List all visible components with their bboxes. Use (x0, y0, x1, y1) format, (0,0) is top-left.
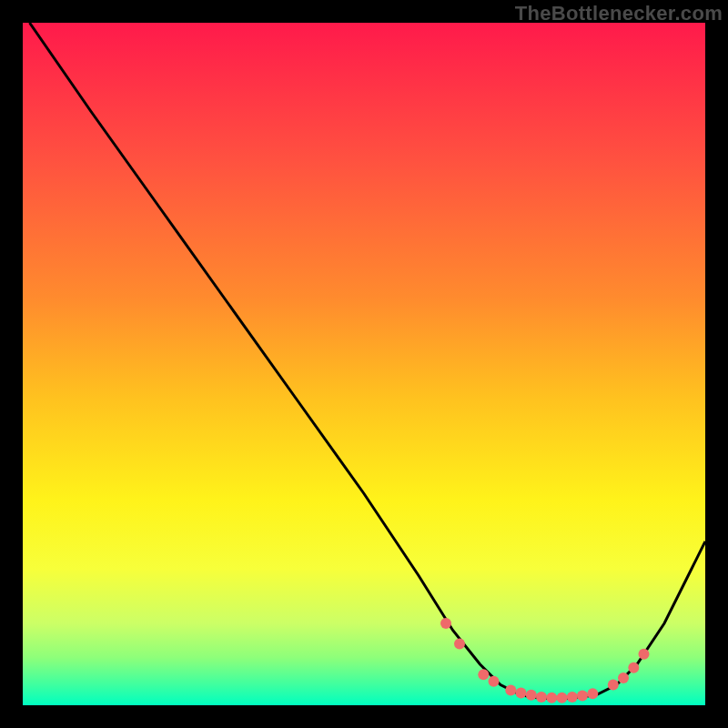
marker-dot (618, 672, 629, 683)
chart-frame: TheBottlenecker.com (0, 0, 728, 728)
marker-dot (536, 692, 547, 703)
gradient-background (23, 23, 705, 705)
marker-dot (516, 688, 527, 699)
marker-dot (505, 685, 516, 696)
marker-dot (526, 690, 537, 701)
marker-dot (567, 692, 578, 703)
marker-dot (587, 688, 598, 699)
marker-dot (478, 669, 489, 680)
marker-dot (577, 691, 588, 702)
marker-dot (557, 693, 568, 703)
marker-dot (639, 649, 650, 660)
marker-dot (608, 680, 619, 691)
marker-dot (454, 639, 465, 650)
marker-dot (628, 662, 639, 673)
chart-svg (23, 23, 705, 705)
marker-dot (489, 676, 500, 687)
marker-dot (546, 693, 557, 703)
chart-plot-area (23, 23, 705, 705)
marker-dot (440, 618, 451, 629)
